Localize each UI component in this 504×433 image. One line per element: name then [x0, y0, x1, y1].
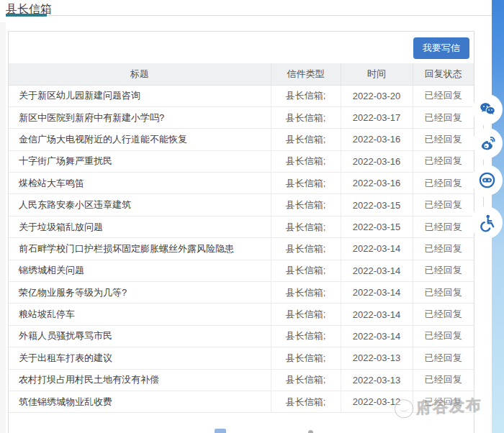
letter-title-link[interactable]: 农村打坝占用村民土地有没有补偿 [9, 369, 271, 391]
letter-title-link[interactable]: 前石畔学校门口护栏损坏固定膨胀螺丝外露风险隐患 [9, 238, 271, 260]
table-row: 锦绣城相关问题 县长信箱; 2022-03-14 已经回复 [9, 260, 474, 281]
letter-status: 已经回复 [413, 150, 474, 172]
letter-date: 2022-03-16 [341, 150, 413, 172]
card-toolbar: 我要写信 [9, 32, 474, 63]
table-row: 新区中医院到新府中有新建小学吗? 县长信箱; 2022-03-17 已经回复 [9, 106, 474, 128]
accessibility-button[interactable] [470, 206, 503, 239]
letter-type: 县长信箱; [271, 150, 341, 172]
letter-status: 已经回复 [413, 369, 474, 391]
table-row: 筑佳锦绣城物业乱收费 县长信箱; 2022-03-12 已经回复 [9, 391, 474, 412]
letter-title-link[interactable]: 人民东路安泰小区违章建筑 [9, 194, 271, 216]
letter-type: 县长信箱; [271, 260, 341, 281]
letter-title-link[interactable]: 关于新区幼儿园新建问题咨询 [9, 85, 271, 106]
letter-status: 已经回复 [413, 347, 474, 369]
letter-date: 2022-03-13 [341, 347, 413, 369]
letter-date: 2022-03-14 [341, 238, 413, 260]
letter-type: 县长信箱; [271, 194, 341, 216]
letter-date: 2022-03-20 [341, 85, 413, 106]
letter-title-link[interactable]: 十字街广场舞严重扰民 [9, 150, 271, 172]
write-letter-button[interactable]: 我要写信 [413, 37, 469, 59]
pagination-page-button[interactable] [215, 429, 226, 433]
letter-date: 2022-03-17 [341, 106, 413, 128]
letter-type: 县长信箱; [271, 238, 341, 260]
letter-status: 已经回复 [413, 216, 474, 237]
table-row: 农村打坝占用村民土地有没有补偿 县长信箱; 2022-03-13 已经回复 [9, 369, 474, 391]
table-row: 前石畔学校门口护栏损坏固定膨胀螺丝外露风险隐患 县长信箱; 2022-03-14… [9, 238, 474, 260]
pagination[interactable] [215, 429, 226, 433]
letter-title-link[interactable]: 新区中医院到新府中有新建小学吗? [9, 106, 271, 128]
letter-date: 2022-03-14 [341, 304, 413, 325]
letter-table-body: 关于新区幼儿园新建问题咨询 县长信箱; 2022-03-20 已经回复 新区中医… [9, 85, 474, 413]
robot-button[interactable] [472, 165, 503, 196]
letter-date: 2022-03-15 [341, 194, 413, 216]
letter-title-link[interactable]: 粮站坡乱停车 [9, 304, 271, 325]
letter-title-link[interactable]: 关于出租车打表的建议 [9, 347, 271, 369]
letter-title-link[interactable]: 锦绣城相关问题 [9, 260, 271, 281]
letter-type: 县长信箱; [271, 369, 341, 391]
table-row: 关于垃圾箱乱放问题 县长信箱; 2022-03-15 已经回复 [9, 216, 474, 237]
letter-status: 已经回复 [413, 282, 474, 304]
letter-type: 县长信箱; [271, 106, 341, 128]
table-row: 外籍人员骚扰辱骂市民 县长信箱; 2022-03-14 已经回复 [9, 325, 474, 347]
letter-title-link[interactable]: 关于垃圾箱乱放问题 [9, 216, 271, 237]
left-margin-strip [0, 22, 6, 433]
letter-date: 2022-03-15 [341, 216, 413, 237]
table-row: 金信广场大电视附近的人行道能不能恢复 县长信箱; 2022-03-16 已经回复 [9, 129, 474, 150]
letter-type: 县长信箱; [271, 129, 341, 150]
table-row: 煤检站大车鸣笛 县长信箱; 2022-03-16 已经回复 [9, 173, 474, 194]
col-header-status: 回复状态 [413, 63, 474, 85]
letter-date: 2022-03-13 [341, 369, 413, 391]
accessibility-icon [477, 213, 497, 233]
letter-status: 已经回复 [413, 194, 474, 216]
col-header-type: 信件类型 [271, 63, 341, 85]
letter-date: 2022-03-14 [341, 325, 413, 347]
letter-status: 已经回复 [413, 260, 474, 281]
title-divider [6, 15, 492, 16]
letter-title-link[interactable]: 金信广场大电视附近的人行道能不能恢复 [9, 129, 271, 150]
table-row: 关于新区幼儿园新建问题咨询 县长信箱; 2022-03-20 已经回复 [9, 85, 474, 106]
letter-title-link[interactable]: 荣亿物业服务等级为几等? [9, 282, 271, 304]
letter-type: 县长信箱; [271, 391, 341, 412]
letter-type: 县长信箱; [271, 282, 341, 304]
letter-status: 已经回复 [413, 304, 474, 325]
letter-date: 2022-03-16 [341, 129, 413, 150]
letter-date: 2022-03-12 [341, 391, 413, 412]
table-header-row: 标题 信件类型 时间 回复状态 [9, 63, 474, 85]
table-row: 荣亿物业服务等级为几等? 县长信箱; 2022-03-14 已经回复 [9, 282, 474, 304]
letter-status: 已经回复 [413, 85, 474, 106]
letter-date: 2022-03-14 [341, 282, 413, 304]
letter-date: 2022-03-16 [341, 173, 413, 194]
letters-table: 标题 信件类型 时间 回复状态 关于新区幼儿园新建问题咨询 县长信箱; 2022… [9, 63, 474, 413]
wechat-button[interactable] [472, 94, 503, 124]
weibo-icon [478, 134, 497, 152]
table-row: 粮站坡乱停车 县长信箱; 2022-03-14 已经回复 [9, 304, 474, 325]
letter-type: 县长信箱; [271, 325, 341, 347]
title-accent-bar [6, 14, 47, 17]
letter-status: 已经回复 [413, 129, 474, 150]
float-connector [483, 197, 484, 207]
table-row: 人民东路安泰小区违章建筑 县长信箱; 2022-03-15 已经回复 [9, 194, 474, 216]
letter-title-link[interactable]: 筑佳锦绣城物业乱收费 [9, 391, 271, 412]
letter-date: 2022-03-14 [341, 260, 413, 281]
weibo-button[interactable] [472, 128, 503, 158]
letter-type: 县长信箱; [271, 173, 341, 194]
letter-type: 县长信箱; [271, 85, 341, 106]
letter-status: 已经回复 [413, 391, 474, 412]
pagination-dot [308, 430, 313, 433]
letter-title-link[interactable]: 外籍人员骚扰辱骂市民 [9, 325, 271, 347]
letter-type: 县长信箱; [271, 216, 341, 237]
table-row: 十字街广场舞严重扰民 县长信箱; 2022-03-16 已经回复 [9, 150, 474, 172]
table-row: 关于出租车打表的建议 县长信箱; 2022-03-13 已经回复 [9, 347, 474, 369]
letter-status: 已经回复 [413, 238, 474, 260]
wechat-icon [478, 100, 497, 119]
robot-icon [477, 170, 497, 190]
col-header-title: 标题 [9, 63, 271, 85]
letter-type: 县长信箱; [271, 304, 341, 325]
letter-status: 已经回复 [413, 106, 474, 128]
letter-status: 已经回复 [413, 325, 474, 347]
col-header-time: 时间 [341, 63, 413, 85]
letter-type: 县长信箱; [271, 347, 341, 369]
letter-status: 已经回复 [413, 173, 474, 194]
mailbox-card: 我要写信 标题 信件类型 时间 回复状态 关于新区幼儿园新建问题咨询 县长信箱;… [8, 31, 474, 433]
letter-title-link[interactable]: 煤检站大车鸣笛 [9, 173, 271, 194]
